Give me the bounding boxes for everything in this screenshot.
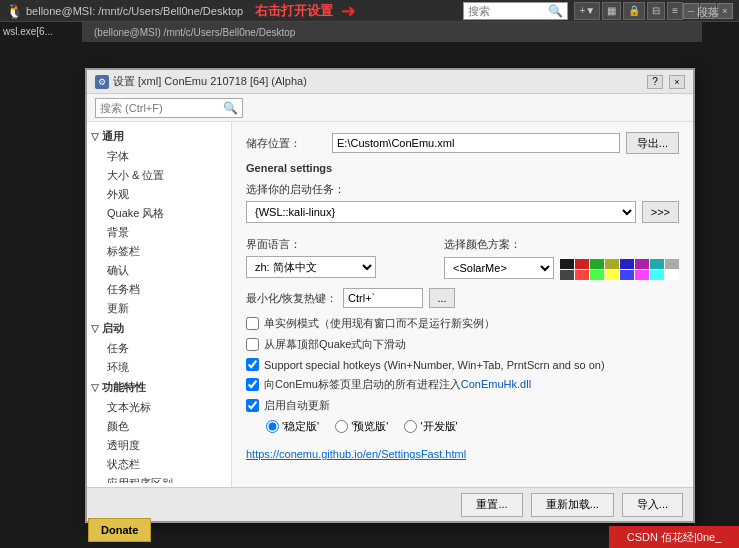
radio-dev: '开发版' — [404, 419, 457, 434]
tree-item-size-pos[interactable]: 大小 & 位置 — [87, 166, 231, 185]
color-cell-1 — [575, 259, 589, 269]
toolbar-lock-btn[interactable]: 🔒 — [623, 2, 645, 20]
color-cell-11 — [605, 270, 619, 280]
csdn-watermark: CSDN 佰花经|0ne_ — [609, 526, 739, 548]
arrow-btn[interactable]: >>> — [642, 201, 679, 223]
hotkey-input[interactable] — [343, 288, 423, 308]
startup-task-select[interactable]: {WSL::kali-linux} — [246, 201, 636, 223]
right-panel-label: 段落 — [697, 5, 719, 20]
donate-area: Donate — [88, 518, 151, 542]
color-cell-2 — [590, 259, 604, 269]
tree-inner: ▽ 通用 字体 大小 & 位置 外观 Quake 风格 背景 标签栏 确认 任务… — [87, 126, 231, 483]
cb2-label: 从屏幕顶部Quake式向下滑动 — [264, 337, 406, 352]
tree-item-transparency[interactable]: 透明度 — [87, 436, 231, 455]
toolbar-plus-btn[interactable]: +▼ — [574, 2, 600, 20]
dots-btn[interactable]: ... — [429, 288, 455, 308]
expand-icon-features: ▽ — [91, 382, 99, 393]
color-scheme-label: 选择颜色方案： — [444, 237, 679, 252]
color-scheme-section: 选择颜色方案： <SolarMe> — [444, 231, 679, 280]
top-search-box[interactable]: 🔍 — [463, 2, 568, 20]
color-cell-7 — [665, 259, 679, 269]
cb2-checkbox[interactable] — [246, 338, 259, 351]
language-select[interactable]: zh: 简体中文 — [246, 256, 376, 278]
terminal-titlebar: 🐧 bellone@MSI: /mnt/c/Users/Bell0ne/Desk… — [0, 0, 739, 22]
tree-group-features[interactable]: ▽ 功能特性 — [87, 377, 231, 398]
hotkey-label: 最小化/恢复热键： — [246, 291, 337, 306]
reset-btn[interactable]: 重置... — [461, 493, 522, 517]
dialog-title-text: 设置 [xml] ConEmu 210718 [64] (Alpha) — [113, 74, 307, 89]
radio-dev-label: '开发版' — [420, 419, 457, 434]
toolbar-view-btn[interactable]: ▦ — [602, 2, 621, 20]
radio-stable-input[interactable] — [266, 420, 279, 433]
storage-input[interactable] — [332, 133, 620, 153]
radio-dev-input[interactable] — [404, 420, 417, 433]
cb1-row: 单实例模式（使用现有窗口而不是运行新实例） — [246, 316, 679, 331]
tree-item-env[interactable]: 环境 — [87, 358, 231, 377]
linux-icon: 🐧 — [6, 3, 22, 19]
color-scheme-select[interactable]: <SolarMe> — [444, 257, 554, 279]
cb3-row: Support special hotkeys (Win+Number, Win… — [246, 358, 679, 371]
import-btn[interactable]: 导入... — [622, 493, 683, 517]
color-cell-10 — [590, 270, 604, 280]
cb1-label: 单实例模式（使用现有窗口而不是运行新实例） — [264, 316, 495, 331]
dialog-search-input[interactable] — [100, 102, 220, 114]
cb3-checkbox[interactable] — [246, 358, 259, 371]
dialog-content: ▽ 通用 字体 大小 & 位置 外观 Quake 风格 背景 标签栏 确认 任务… — [87, 122, 693, 487]
tree-item-update[interactable]: 更新 — [87, 299, 231, 318]
tree-item-quake[interactable]: Quake 风格 — [87, 204, 231, 223]
language-label: 界面语言： — [246, 237, 424, 252]
settings-dialog: ⚙ 设置 [xml] ConEmu 210718 [64] (Alpha) ? … — [85, 68, 695, 523]
dialog-search-icon[interactable]: 🔍 — [223, 101, 238, 115]
radio-preview-input[interactable] — [335, 420, 348, 433]
cb5-row: 启用自动更新 — [246, 398, 679, 413]
radio-stable: '稳定版' — [266, 419, 319, 434]
cb2-row: 从屏幕顶部Quake式向下滑动 — [246, 337, 679, 352]
cb4-checkbox[interactable] — [246, 378, 259, 391]
wsl-side-panel: wsl.exe[6... — [0, 22, 82, 502]
reload-btn[interactable]: 重新加载... — [531, 493, 614, 517]
hotkey-row: 最小化/恢复热键： ... — [246, 288, 679, 308]
tree-item-colors[interactable]: 颜色 — [87, 417, 231, 436]
cb4-row: 向ConEmu标签页里启动的所有进程注入ConEmuHk.dll — [246, 377, 679, 392]
close-main-btn[interactable]: × — [717, 3, 733, 19]
radio-preview: '预览版' — [335, 419, 388, 434]
toolbar-menu-btn[interactable]: ≡ — [667, 2, 683, 20]
tab-item-1[interactable]: (bellone@MSI) /mnt/c/Users/Bell0ne/Deskt… — [88, 27, 301, 38]
storage-row: 储存位置： 导出... — [246, 132, 679, 154]
tree-item-tasks[interactable]: 任务 — [87, 339, 231, 358]
right-click-label: 右击打开设置 — [255, 2, 333, 20]
donate-btn[interactable]: Donate — [88, 518, 151, 542]
dialog-help-btn[interactable]: ? — [647, 75, 663, 89]
color-cell-13 — [635, 270, 649, 280]
tree-item-tabbar[interactable]: 标签栏 — [87, 242, 231, 261]
tree-item-statusbar[interactable]: 状态栏 — [87, 455, 231, 474]
tree-group-startup[interactable]: ▽ 启动 — [87, 318, 231, 339]
color-cell-5 — [635, 259, 649, 269]
tree-item-appclass[interactable]: 应用程序区别 — [87, 474, 231, 483]
cb5-checkbox[interactable] — [246, 399, 259, 412]
tree-group-features-label: 功能特性 — [102, 380, 146, 395]
tree-group-startup-label: 启动 — [102, 321, 124, 336]
dialog-search-field[interactable]: 🔍 — [95, 98, 243, 118]
dialog-title: ⚙ 设置 [xml] ConEmu 210718 [64] (Alpha) — [95, 74, 307, 89]
tree-item-font[interactable]: 字体 — [87, 147, 231, 166]
tree-item-background[interactable]: 背景 — [87, 223, 231, 242]
startup-label: 选择你的启动任务： — [246, 182, 679, 197]
color-cell-15 — [665, 270, 679, 280]
settings-fast-link[interactable]: https://conemu.github.io/en/SettingsFast… — [246, 448, 466, 460]
tree-item-textcursor[interactable]: 文本光标 — [87, 398, 231, 417]
toolbar-split-btn[interactable]: ⊟ — [647, 2, 665, 20]
titlebar-left: 🐧 bellone@MSI: /mnt/c/Users/Bell0ne/Desk… — [6, 0, 463, 22]
cb1-checkbox[interactable] — [246, 317, 259, 330]
tree-item-confirm[interactable]: 确认 — [87, 261, 231, 280]
toolbar-icons: +▼ ▦ 🔒 ⊟ ≡ — [574, 2, 683, 20]
radio-preview-label: '预览版' — [351, 419, 388, 434]
top-search-icon[interactable]: 🔍 — [548, 4, 563, 18]
tree-group-general[interactable]: ▽ 通用 — [87, 126, 231, 147]
dialog-close-btn[interactable]: × — [669, 75, 685, 89]
top-search-input[interactable] — [468, 5, 548, 17]
tree-item-appearance[interactable]: 外观 — [87, 185, 231, 204]
tree-item-taskfile[interactable]: 任务档 — [87, 280, 231, 299]
export-btn[interactable]: 导出... — [626, 132, 679, 154]
tree-section: ▽ 通用 字体 大小 & 位置 外观 Quake 风格 背景 标签栏 确认 任务… — [87, 126, 231, 483]
